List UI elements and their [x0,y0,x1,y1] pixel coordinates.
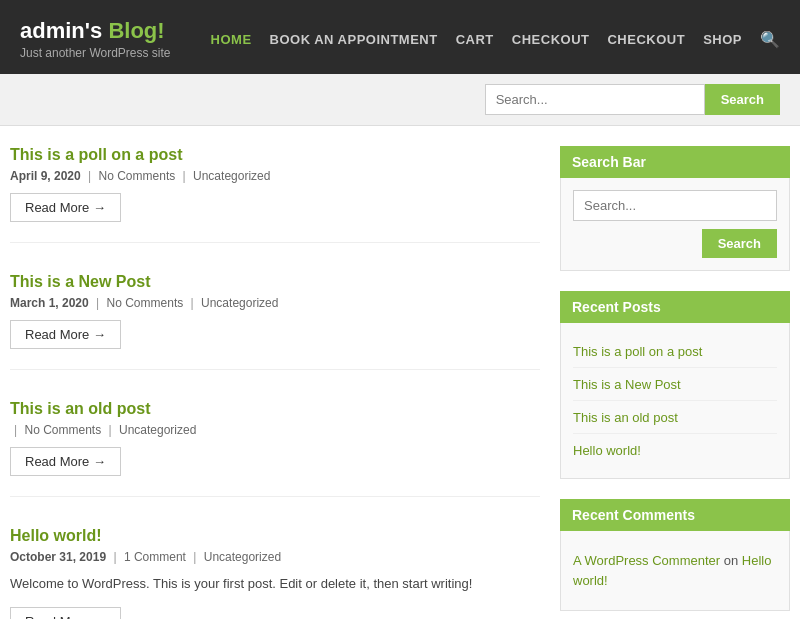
post-entry-2: This is a New Post March 1, 2020 | No Co… [10,273,540,370]
list-item: A WordPress Commenter on Hello world! [573,543,777,598]
post-entry-1: This is a poll on a post April 9, 2020 |… [10,146,540,243]
sidebar-search-button[interactable]: Search [702,229,777,258]
nav-item-checkout1[interactable]: CHECKOUT [512,32,590,47]
list-item: This is a poll on a post [573,335,777,368]
post-comments-1: No Comments [99,169,176,183]
post-title-2[interactable]: This is a New Post [10,273,540,291]
recent-posts-list: This is a poll on a post This is a New P… [573,335,777,466]
post-date-1: April 9, 2020 [10,169,81,183]
post-category-4: Uncategorized [204,550,281,564]
post-entry-3: This is an old post | No Comments | Unca… [10,400,540,497]
read-more-btn-4[interactable]: Read More → [10,607,121,619]
nav-item-shop[interactable]: SHOP [703,32,742,47]
site-brand: admin's Blog! Just another WordPress sit… [20,18,171,60]
post-meta-2: March 1, 2020 | No Comments | Uncategori… [10,296,540,310]
recent-comments-title: Recent Comments [560,499,790,531]
search-icon[interactable]: 🔍 [760,30,780,49]
recent-post-link-2[interactable]: This is a New Post [573,377,681,392]
read-more-btn-3[interactable]: Read More → [10,447,121,476]
post-excerpt-4: Welcome to WordPress. This is your first… [10,574,540,595]
post-title-3[interactable]: This is an old post [10,400,540,418]
recent-posts-content: This is a poll on a post This is a New P… [560,323,790,479]
post-category-1: Uncategorized [193,169,270,183]
post-date-2: March 1, 2020 [10,296,89,310]
read-more-btn-2[interactable]: Read More → [10,320,121,349]
search-widget-title: Search Bar [560,146,790,178]
post-title-4[interactable]: Hello world! [10,527,540,545]
site-nav: HOME BOOK AN APPOINTMENT CART CHECKOUT C… [211,30,780,49]
recent-post-link-1[interactable]: This is a poll on a post [573,344,702,359]
nav-item-book[interactable]: BOOK AN APPOINTMENT [270,32,438,47]
nav-item-checkout2[interactable]: CHECKOUT [607,32,685,47]
recent-post-link-4[interactable]: Hello world! [573,443,641,458]
post-meta-3: | No Comments | Uncategorized [10,423,540,437]
post-category-3: Uncategorized [119,423,196,437]
recent-comments-widget: Recent Comments A WordPress Commenter on… [560,499,790,611]
site-title: admin's Blog! [20,18,171,44]
nav-item-cart[interactable]: CART [456,32,494,47]
list-item: Hello world! [573,434,777,466]
comment-on: on [724,553,738,568]
post-title-1[interactable]: This is a poll on a post [10,146,540,164]
post-comments-2: No Comments [107,296,184,310]
top-search-button[interactable]: Search [705,84,780,115]
list-item: This is an old post [573,401,777,434]
top-search-bar: Search [0,74,800,126]
site-tagline: Just another WordPress site [20,46,171,60]
commenter-link[interactable]: A WordPress Commenter [573,553,720,568]
search-widget-content: Search [560,178,790,271]
post-meta-4: October 31, 2019 | 1 Comment | Uncategor… [10,550,540,564]
post-comments-4: 1 Comment [124,550,186,564]
post-date-4: October 31, 2019 [10,550,106,564]
main-content: This is a poll on a post April 9, 2020 |… [10,146,540,619]
recent-comments-content: A WordPress Commenter on Hello world! [560,531,790,611]
nav-item-home[interactable]: HOME [211,32,252,47]
post-comments-3: No Comments [24,423,101,437]
recent-comments-list: A WordPress Commenter on Hello world! [573,543,777,598]
sidebar: Search Bar Search Recent Posts This is a… [560,146,790,619]
site-title-highlight: Blog! [108,18,164,43]
recent-post-link-3[interactable]: This is an old post [573,410,678,425]
site-title-text: admin's [20,18,108,43]
site-content: This is a poll on a post April 9, 2020 |… [0,126,800,619]
post-meta-1: April 9, 2020 | No Comments | Uncategori… [10,169,540,183]
post-category-2: Uncategorized [201,296,278,310]
post-entry-4: Hello world! October 31, 2019 | 1 Commen… [10,527,540,619]
recent-posts-widget: Recent Posts This is a poll on a post Th… [560,291,790,479]
top-search-input[interactable] [485,84,705,115]
site-header: admin's Blog! Just another WordPress sit… [0,0,800,74]
read-more-btn-1[interactable]: Read More → [10,193,121,222]
list-item: This is a New Post [573,368,777,401]
sidebar-search-input[interactable] [573,190,777,221]
recent-posts-title: Recent Posts [560,291,790,323]
search-widget: Search Bar Search [560,146,790,271]
